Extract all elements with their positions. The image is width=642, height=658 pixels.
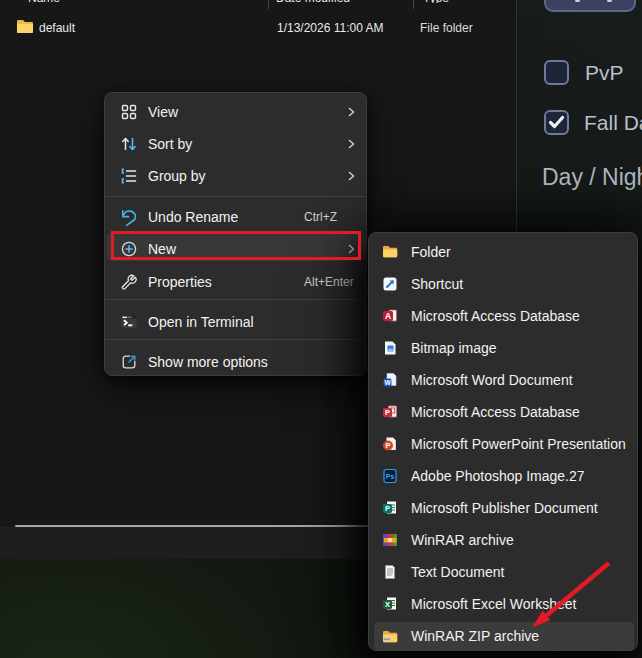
svg-text:P: P [385, 441, 390, 450]
svg-text:P: P [385, 408, 390, 417]
svg-text:P: P [385, 504, 390, 513]
svg-text:Ps: Ps [386, 473, 395, 480]
svg-text:A: A [385, 311, 391, 321]
svg-text:W: W [384, 379, 391, 386]
svg-text:X: X [385, 600, 390, 609]
